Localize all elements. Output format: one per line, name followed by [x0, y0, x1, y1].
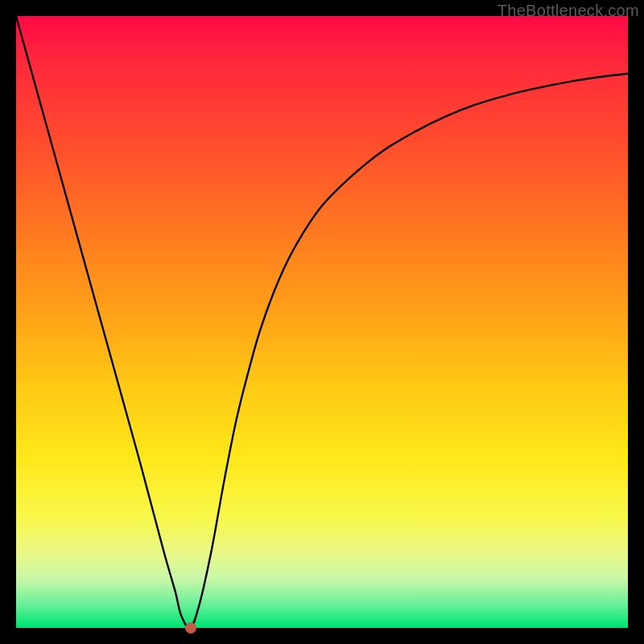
minimum-marker-dot: [185, 622, 196, 634]
bottleneck-curve: [16, 16, 628, 628]
watermark-text: TheBottleneck.com: [497, 2, 639, 20]
plot-area: [16, 16, 628, 628]
chart-frame: TheBottleneck.com: [0, 0, 644, 644]
